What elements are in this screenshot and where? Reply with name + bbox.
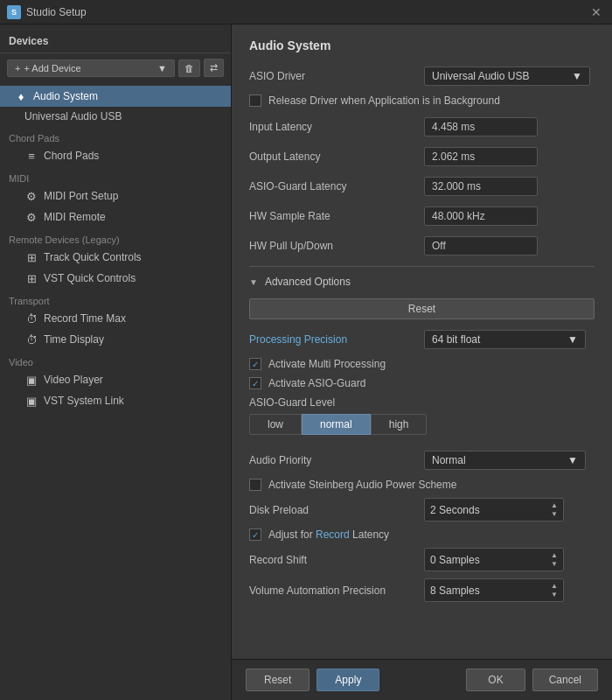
plus-icon: + — [15, 63, 20, 74]
bottom-bar: Reset Apply OK Cancel — [232, 659, 612, 700]
advanced-options-header: ▼ Advanced Options — [249, 276, 595, 288]
triangle-icon: ▼ — [249, 277, 258, 287]
sidebar-item-chord-pads[interactable]: ≡ Chord Pads — [0, 145, 231, 166]
power-scheme-row: Activate Steinberg Audio Power Scheme — [249, 479, 595, 491]
level-normal-button[interactable]: normal — [302, 414, 371, 435]
hw-pull-label: HW Pull Up/Down — [249, 240, 424, 252]
asio-guard-level-label: ASIO-Guard Level — [249, 396, 424, 409]
app-icon: S — [7, 5, 21, 19]
vst-system-link-icon: ▣ — [24, 394, 38, 408]
release-driver-label: Release Driver when Application is in Ba… — [268, 94, 500, 107]
level-low-button[interactable]: low — [249, 414, 302, 435]
disk-preload-label: Disk Preload — [249, 504, 424, 516]
close-button[interactable]: ✕ — [588, 4, 605, 21]
level-buttons: low normal high — [249, 414, 427, 435]
main-layout: Devices + + Add Device ▼ 🗑 ⇄ ♦ Audio Sys… — [0, 24, 612, 700]
sidebar-item-track-quick-controls[interactable]: ⊞ Track Quick Controls — [0, 247, 231, 268]
record-shift-arrows[interactable]: ▲ ▼ — [551, 551, 558, 568]
asio-driver-select[interactable]: Universal Audio USB ▼ — [424, 66, 590, 86]
sidebar-item-universal-audio[interactable]: Universal Audio USB — [0, 107, 231, 126]
video-player-icon: ▣ — [24, 373, 38, 387]
sidebar-item-video-player[interactable]: ▣ Video Player — [0, 369, 231, 390]
hw-sample-rate-value: 48.000 kHz — [424, 206, 538, 226]
disk-preload-row: Disk Preload 2 Seconds ▲ ▼ — [249, 498, 595, 522]
track-quick-controls-icon: ⊞ — [24, 250, 38, 264]
volume-automation-spinbox[interactable]: 8 Samples ▲ ▼ — [424, 578, 564, 602]
sidebar-item-audio-system[interactable]: ♦ Audio System — [0, 86, 231, 107]
sidebar-item-label: Video Player — [44, 374, 103, 386]
volume-automation-arrows[interactable]: ▲ ▼ — [551, 582, 558, 598]
bottom-bar-right: OK Cancel — [466, 668, 598, 691]
add-device-bar: + + Add Device ▼ 🗑 ⇄ — [7, 59, 224, 77]
asio-guard-level-row: ASIO-Guard Level low normal high — [249, 396, 595, 442]
chord-pads-icon: ≡ — [24, 149, 38, 163]
audio-priority-select[interactable]: Normal ▼ — [424, 451, 586, 470]
processing-precision-label: Processing Precision — [249, 333, 424, 346]
reset-button[interactable]: Reset — [246, 668, 309, 691]
processing-precision-value: 64 bit float — [432, 333, 480, 346]
ok-button[interactable]: OK — [466, 668, 525, 691]
sidebar-item-label: Chord Pads — [44, 150, 99, 162]
divider — [249, 266, 595, 267]
input-latency-row: Input Latency 4.458 ms — [249, 116, 595, 138]
content-main: Audio System ASIO Driver Universal Audio… — [232, 24, 612, 659]
disk-preload-arrows[interactable]: ▲ ▼ — [551, 501, 558, 518]
record-highlighted: Record — [316, 528, 350, 541]
sidebar-item-label: Track Quick Controls — [44, 251, 142, 263]
up-arrow2-icon[interactable]: ▲ — [551, 551, 558, 559]
asio-guard-row: Activate ASIO-Guard — [249, 377, 595, 389]
asio-guard-latency-label: ASIO-Guard Latency — [249, 180, 424, 192]
record-time-icon: ⏱ — [24, 312, 38, 326]
cancel-button[interactable]: Cancel — [532, 668, 598, 691]
delete-device-button[interactable]: 🗑 — [178, 60, 200, 77]
devices-label: Devices — [9, 35, 48, 47]
power-scheme-checkbox[interactable] — [249, 479, 261, 491]
midi-section: MIDI — [0, 166, 231, 186]
output-latency-row: Output Latency 2.062 ms — [249, 145, 595, 168]
down-arrow2-icon[interactable]: ▼ — [551, 560, 558, 568]
asio-guard-checkbox[interactable] — [249, 377, 261, 389]
sidebar-item-record-time-max[interactable]: ⏱ Record Time Max — [0, 308, 231, 329]
apply-button[interactable]: Apply — [316, 668, 379, 691]
down-arrow-icon[interactable]: ▼ — [551, 510, 558, 518]
record-shift-spinbox[interactable]: 0 Samples ▲ ▼ — [424, 548, 564, 571]
level-high-button[interactable]: high — [371, 414, 428, 435]
adjust-record-latency-checkbox[interactable] — [249, 528, 261, 541]
move-device-button[interactable]: ⇄ — [204, 59, 224, 77]
processing-precision-select[interactable]: 64 bit float ▼ — [424, 330, 586, 349]
sidebar-item-label: Universal Audio USB — [24, 110, 122, 122]
asio-guard-latency-value: 32.000 ms — [424, 177, 538, 196]
hw-pull-row: HW Pull Up/Down Off — [249, 234, 595, 257]
sidebar-item-label: Time Display — [44, 333, 104, 346]
hw-pull-value: Off — [424, 236, 538, 256]
devices-header: Devices — [0, 32, 231, 53]
sidebar-item-vst-system-link[interactable]: ▣ VST System Link — [0, 390, 231, 411]
sidebar-item-midi-port-setup[interactable]: ⚙ MIDI Port Setup — [0, 186, 231, 206]
multi-processing-checkbox[interactable] — [249, 358, 261, 370]
audio-priority-row: Audio Priority Normal ▼ — [249, 449, 595, 472]
volume-automation-value: 8 Samples — [430, 584, 480, 597]
volume-automation-row: Volume Automation Precision 8 Samples ▲ … — [249, 578, 595, 602]
processing-precision-row: Processing Precision 64 bit float ▼ — [249, 328, 595, 351]
dropdown-arrow-icon: ▼ — [157, 63, 167, 74]
up-arrow-icon[interactable]: ▲ — [551, 501, 558, 509]
add-device-button[interactable]: + + Add Device ▼ — [7, 60, 175, 77]
multi-processing-label: Activate Multi Processing — [268, 358, 386, 370]
sidebar-item-vst-quick-controls[interactable]: ⊞ VST Quick Controls — [0, 268, 231, 289]
release-driver-checkbox[interactable] — [249, 94, 261, 107]
transport-section: Transport — [0, 289, 231, 308]
volume-automation-label: Volume Automation Precision — [249, 584, 424, 597]
up-arrow3-icon[interactable]: ▲ — [551, 582, 558, 590]
down-arrow3-icon[interactable]: ▼ — [551, 591, 558, 598]
advanced-reset-button[interactable]: Reset — [249, 298, 595, 319]
input-latency-value: 4.458 ms — [424, 117, 538, 136]
asio-driver-label: ASIO Driver — [249, 70, 424, 82]
input-latency-label: Input Latency — [249, 121, 424, 133]
disk-preload-value: 2 Seconds — [430, 504, 480, 516]
sidebar-item-midi-remote[interactable]: ⚙ MIDI Remote — [0, 206, 231, 228]
sidebar-item-time-display[interactable]: ⏱ Time Display — [0, 329, 231, 350]
video-section: Video — [0, 350, 231, 369]
disk-preload-spinbox[interactable]: 2 Seconds ▲ ▼ — [424, 498, 564, 522]
dropdown-chevron-icon3: ▼ — [567, 454, 578, 466]
dropdown-chevron-icon2: ▼ — [567, 333, 578, 346]
